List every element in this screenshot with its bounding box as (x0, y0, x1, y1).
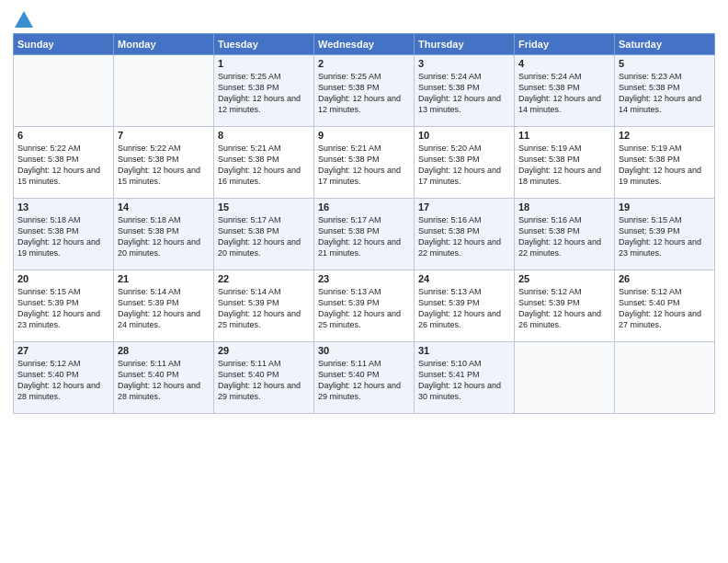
daylight: Daylight: 12 hours and 14 minutes. (518, 94, 601, 114)
sunrise: Sunrise: 5:10 AM (418, 359, 482, 368)
sunrise: Sunrise: 5:21 AM (318, 144, 381, 153)
sunrise: Sunrise: 5:25 AM (218, 72, 281, 81)
daylight: Daylight: 12 hours and 15 minutes. (118, 166, 200, 186)
day-number: 6 (17, 130, 109, 141)
daylight: Daylight: 12 hours and 25 minutes. (318, 309, 401, 329)
daylight: Daylight: 12 hours and 23 minutes. (17, 309, 100, 329)
daylight: Daylight: 12 hours and 25 minutes. (218, 309, 301, 329)
sunrise: Sunrise: 5:19 AM (518, 144, 582, 153)
day-number: 18 (518, 201, 610, 213)
sunrise: Sunrise: 5:13 AM (318, 287, 381, 296)
day-number: 17 (418, 201, 510, 213)
sunset: Sunset: 5:39 PM (518, 298, 580, 307)
day-info: Sunrise: 5:18 AM Sunset: 5:38 PM Dayligh… (17, 214, 109, 259)
calendar-cell: 26 Sunrise: 5:12 AM Sunset: 5:40 PM Dayl… (615, 270, 715, 342)
day-info: Sunrise: 5:13 AM Sunset: 5:39 PM Dayligh… (418, 286, 510, 331)
sunset: Sunset: 5:40 PM (619, 298, 680, 307)
daylight: Daylight: 12 hours and 17 minutes. (318, 166, 401, 186)
day-number: 26 (619, 273, 711, 284)
sunset: Sunset: 5:40 PM (118, 370, 179, 379)
daylight: Daylight: 12 hours and 26 minutes. (518, 309, 601, 329)
calendar-cell: 30 Sunrise: 5:11 AM Sunset: 5:40 PM Dayl… (314, 342, 415, 414)
daylight: Daylight: 12 hours and 28 minutes. (17, 381, 100, 401)
day-info: Sunrise: 5:11 AM Sunset: 5:40 PM Dayligh… (118, 358, 210, 403)
day-number: 21 (118, 273, 210, 284)
calendar-cell: 10 Sunrise: 5:20 AM Sunset: 5:38 PM Dayl… (415, 127, 515, 199)
sunset: Sunset: 5:38 PM (318, 83, 380, 92)
day-number: 12 (619, 130, 711, 141)
sunset: Sunset: 5:38 PM (518, 226, 580, 236)
sunrise: Sunrise: 5:14 AM (118, 287, 181, 296)
daylight: Daylight: 12 hours and 27 minutes. (619, 309, 701, 329)
sunrise: Sunrise: 5:19 AM (619, 144, 682, 153)
day-number: 19 (619, 201, 711, 213)
sunrise: Sunrise: 5:11 AM (118, 359, 181, 368)
day-info: Sunrise: 5:12 AM Sunset: 5:39 PM Dayligh… (518, 286, 610, 331)
day-info: Sunrise: 5:21 AM Sunset: 5:38 PM Dayligh… (318, 143, 410, 188)
calendar: SundayMondayTuesdayWednesdayThursdayFrid… (13, 33, 715, 414)
day-info: Sunrise: 5:20 AM Sunset: 5:38 PM Dayligh… (418, 143, 510, 188)
calendar-cell: 1 Sunrise: 5:25 AM Sunset: 5:38 PM Dayli… (214, 55, 314, 127)
day-number: 29 (218, 345, 310, 356)
sunrise: Sunrise: 5:16 AM (418, 215, 482, 224)
day-number: 28 (118, 345, 210, 356)
daylight: Daylight: 12 hours and 17 minutes. (418, 166, 501, 186)
calendar-cell: 13 Sunrise: 5:18 AM Sunset: 5:38 PM Dayl… (14, 199, 114, 270)
day-info: Sunrise: 5:25 AM Sunset: 5:38 PM Dayligh… (318, 71, 410, 116)
day-info: Sunrise: 5:18 AM Sunset: 5:38 PM Dayligh… (118, 214, 210, 259)
day-of-week-header: Tuesday (214, 34, 314, 55)
daylight: Daylight: 12 hours and 20 minutes. (218, 237, 301, 258)
day-number: 10 (418, 130, 510, 141)
calendar-cell: 9 Sunrise: 5:21 AM Sunset: 5:38 PM Dayli… (314, 127, 415, 199)
calendar-cell: 19 Sunrise: 5:15 AM Sunset: 5:39 PM Dayl… (615, 199, 715, 270)
sunset: Sunset: 5:38 PM (318, 155, 380, 164)
day-info: Sunrise: 5:14 AM Sunset: 5:39 PM Dayligh… (118, 286, 210, 331)
sunset: Sunset: 5:38 PM (17, 155, 79, 164)
sunset: Sunset: 5:40 PM (17, 370, 79, 379)
daylight: Daylight: 12 hours and 28 minutes. (118, 381, 200, 401)
day-of-week-header: Saturday (615, 34, 715, 55)
day-info: Sunrise: 5:12 AM Sunset: 5:40 PM Dayligh… (17, 358, 109, 403)
daylight: Daylight: 12 hours and 29 minutes. (218, 381, 301, 401)
sunset: Sunset: 5:38 PM (17, 226, 79, 236)
sunrise: Sunrise: 5:12 AM (518, 287, 582, 296)
sunset: Sunset: 5:39 PM (619, 226, 680, 236)
sunset: Sunset: 5:38 PM (218, 155, 279, 164)
daylight: Daylight: 12 hours and 19 minutes. (619, 166, 701, 186)
calendar-cell (14, 55, 114, 127)
day-info: Sunrise: 5:12 AM Sunset: 5:40 PM Dayligh… (619, 286, 711, 331)
day-of-week-header: Sunday (14, 34, 114, 55)
calendar-cell: 20 Sunrise: 5:15 AM Sunset: 5:39 PM Dayl… (14, 270, 114, 342)
calendar-cell: 29 Sunrise: 5:11 AM Sunset: 5:40 PM Dayl… (214, 342, 314, 414)
calendar-cell: 23 Sunrise: 5:13 AM Sunset: 5:39 PM Dayl… (314, 270, 415, 342)
day-info: Sunrise: 5:23 AM Sunset: 5:38 PM Dayligh… (619, 71, 711, 116)
calendar-cell: 22 Sunrise: 5:14 AM Sunset: 5:39 PM Dayl… (214, 270, 314, 342)
sunset: Sunset: 5:40 PM (318, 370, 380, 379)
day-info: Sunrise: 5:17 AM Sunset: 5:38 PM Dayligh… (218, 214, 310, 259)
sunrise: Sunrise: 5:14 AM (218, 287, 281, 296)
sunset: Sunset: 5:38 PM (619, 155, 680, 164)
sunrise: Sunrise: 5:15 AM (17, 287, 81, 296)
sunset: Sunset: 5:38 PM (418, 226, 480, 236)
sunrise: Sunrise: 5:21 AM (218, 144, 281, 153)
day-info: Sunrise: 5:11 AM Sunset: 5:40 PM Dayligh… (218, 358, 310, 403)
calendar-cell: 17 Sunrise: 5:16 AM Sunset: 5:38 PM Dayl… (415, 199, 515, 270)
sunrise: Sunrise: 5:24 AM (518, 72, 582, 81)
sunset: Sunset: 5:39 PM (318, 298, 380, 307)
sunrise: Sunrise: 5:24 AM (418, 72, 482, 81)
daylight: Daylight: 12 hours and 23 minutes. (619, 237, 701, 258)
sunrise: Sunrise: 5:17 AM (218, 215, 281, 224)
day-info: Sunrise: 5:24 AM Sunset: 5:38 PM Dayligh… (518, 71, 610, 116)
logo-icon (13, 9, 33, 28)
day-number: 16 (318, 201, 410, 213)
daylight: Daylight: 12 hours and 21 minutes. (318, 237, 401, 258)
sunset: Sunset: 5:38 PM (518, 83, 580, 92)
day-info: Sunrise: 5:16 AM Sunset: 5:38 PM Dayligh… (518, 214, 610, 259)
sunset: Sunset: 5:38 PM (118, 226, 179, 236)
day-number: 22 (218, 273, 310, 284)
day-number: 27 (17, 345, 109, 356)
daylight: Daylight: 12 hours and 22 minutes. (518, 237, 601, 258)
daylight: Daylight: 12 hours and 12 minutes. (218, 94, 301, 114)
day-number: 31 (418, 345, 510, 356)
logo-triangle (15, 11, 33, 28)
